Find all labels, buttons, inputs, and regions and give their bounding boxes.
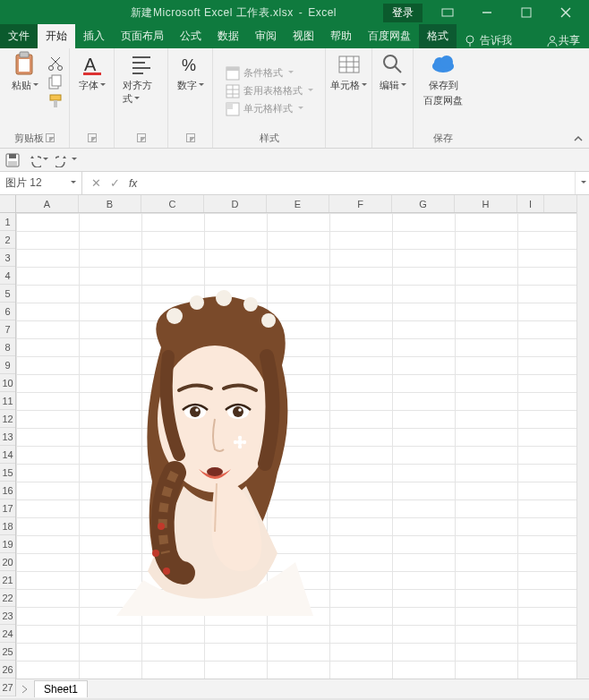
share-button[interactable]: 共享 bbox=[537, 33, 589, 48]
row-header[interactable]: 17 bbox=[0, 499, 15, 517]
save-icon[interactable] bbox=[5, 153, 20, 167]
format-painter-icon[interactable] bbox=[47, 93, 64, 109]
col-header[interactable]: G bbox=[392, 195, 455, 212]
cut-icon[interactable] bbox=[47, 55, 64, 72]
row-header[interactable]: 1 bbox=[0, 213, 15, 231]
row-header[interactable]: 6 bbox=[0, 303, 15, 320]
close-button[interactable] bbox=[546, 2, 585, 23]
row-header[interactable]: 9 bbox=[0, 356, 15, 374]
row-header[interactable]: 24 bbox=[0, 625, 15, 643]
redo-button[interactable] bbox=[55, 153, 77, 167]
embedded-picture[interactable] bbox=[90, 285, 340, 616]
svg-point-65 bbox=[163, 568, 170, 575]
enter-formula-button[interactable]: ✓ bbox=[110, 176, 120, 190]
row-header[interactable]: 23 bbox=[0, 607, 15, 625]
alignment-button[interactable]: 对齐方式 bbox=[123, 52, 160, 106]
row-header[interactable]: 19 bbox=[0, 535, 15, 553]
row-header[interactable]: 20 bbox=[0, 553, 15, 571]
cell-styles-button[interactable]: 单元格样式 bbox=[224, 101, 315, 117]
sheet-tab[interactable]: Sheet1 bbox=[34, 680, 88, 697]
font-launcher[interactable] bbox=[88, 133, 97, 142]
clipboard-launcher[interactable] bbox=[46, 133, 55, 142]
col-header[interactable]: F bbox=[329, 195, 392, 212]
col-header[interactable]: A bbox=[16, 195, 79, 212]
tab-pagelayout[interactable]: 页面布局 bbox=[113, 24, 172, 48]
tab-file[interactable]: 文件 bbox=[0, 24, 38, 48]
tab-baidu[interactable]: 百度网盘 bbox=[360, 24, 419, 48]
row-header[interactable]: 25 bbox=[0, 643, 15, 661]
undo-button[interactable] bbox=[27, 153, 48, 167]
ribbon-display-options-button[interactable] bbox=[428, 2, 467, 23]
maximize-button[interactable] bbox=[507, 2, 546, 23]
row-header[interactable]: 8 bbox=[0, 338, 15, 356]
collapse-ribbon-button[interactable] bbox=[573, 133, 584, 144]
cells-button[interactable]: 单元格 bbox=[330, 52, 368, 92]
login-button[interactable]: 登录 bbox=[383, 4, 423, 22]
row-header[interactable]: 18 bbox=[0, 517, 15, 535]
tab-view[interactable]: 视图 bbox=[285, 24, 322, 48]
row-header[interactable]: 14 bbox=[0, 446, 15, 464]
tell-me[interactable]: 告诉我 bbox=[457, 33, 519, 48]
font-icon: A bbox=[81, 53, 104, 76]
select-all-corner[interactable] bbox=[0, 195, 16, 213]
row-header[interactable]: 7 bbox=[0, 320, 15, 338]
minimize-button[interactable] bbox=[467, 2, 507, 23]
tab-insert[interactable]: 插入 bbox=[75, 24, 113, 48]
tab-formulas[interactable]: 公式 bbox=[172, 24, 209, 48]
conditional-formatting-button[interactable]: 条件格式 bbox=[224, 65, 315, 81]
chevron-up-icon bbox=[573, 133, 584, 144]
row-header[interactable]: 26 bbox=[0, 661, 15, 679]
svg-rect-10 bbox=[19, 59, 30, 72]
paste-button[interactable]: 粘贴 bbox=[6, 52, 44, 92]
align-launcher[interactable] bbox=[137, 133, 146, 142]
tab-help[interactable]: 帮助 bbox=[322, 24, 360, 48]
svg-text:%: % bbox=[182, 56, 196, 74]
vertical-scrollbar[interactable] bbox=[576, 195, 589, 679]
formula-input[interactable] bbox=[146, 172, 575, 194]
svg-rect-18 bbox=[83, 73, 101, 75]
svg-point-52 bbox=[190, 406, 201, 417]
tab-review[interactable]: 审阅 bbox=[247, 24, 285, 48]
row-header[interactable]: 15 bbox=[0, 464, 15, 482]
row-header[interactable]: 16 bbox=[0, 482, 15, 499]
row-header[interactable]: 5 bbox=[0, 285, 15, 303]
name-box[interactable]: 图片 12 bbox=[0, 172, 82, 194]
col-header[interactable]: B bbox=[79, 195, 141, 212]
tab-format[interactable]: 格式 bbox=[419, 24, 457, 48]
col-header[interactable]: H bbox=[455, 195, 517, 212]
col-header[interactable]: C bbox=[141, 195, 204, 212]
next-sheet-icon[interactable] bbox=[20, 685, 29, 694]
svg-rect-43 bbox=[9, 154, 16, 158]
column-headers: A B C D E F G H I bbox=[16, 195, 576, 213]
quick-access-toolbar bbox=[0, 149, 589, 172]
number-button[interactable]: % 数字 bbox=[172, 52, 209, 92]
spreadsheet-grid[interactable]: A B C D E F G H I 1234567891011121314151… bbox=[0, 195, 589, 679]
svg-point-60 bbox=[234, 440, 237, 444]
col-header[interactable]: E bbox=[267, 195, 329, 212]
row-header[interactable]: 22 bbox=[0, 589, 15, 607]
row-header[interactable]: 21 bbox=[0, 571, 15, 589]
row-header[interactable]: 3 bbox=[0, 249, 15, 267]
copy-icon[interactable] bbox=[47, 74, 64, 90]
row-header[interactable]: 12 bbox=[0, 410, 15, 428]
tab-home[interactable]: 开始 bbox=[38, 24, 75, 48]
editing-button[interactable]: 编辑 bbox=[374, 52, 412, 92]
tab-data[interactable]: 数据 bbox=[209, 24, 247, 48]
cancel-formula-button[interactable]: ✕ bbox=[91, 176, 101, 190]
format-as-table-button[interactable]: 套用表格格式 bbox=[224, 83, 315, 99]
row-header[interactable]: 10 bbox=[0, 374, 15, 392]
expand-formula-bar-button[interactable] bbox=[575, 172, 589, 194]
col-header[interactable]: D bbox=[204, 195, 267, 212]
cond-format-icon bbox=[226, 66, 240, 81]
row-header[interactable]: 13 bbox=[0, 428, 15, 446]
sheet-tab-bar: Sheet1 bbox=[0, 679, 589, 698]
row-header[interactable]: 2 bbox=[0, 231, 15, 249]
fx-button[interactable]: fx bbox=[129, 177, 137, 190]
number-launcher[interactable] bbox=[186, 133, 195, 142]
row-header[interactable]: 11 bbox=[0, 392, 15, 410]
font-button[interactable]: A 字体 bbox=[73, 52, 111, 92]
save-to-baidu-button[interactable]: 保存到 百度网盘 bbox=[418, 52, 468, 107]
row-header[interactable]: 27 bbox=[0, 679, 15, 696]
row-header[interactable]: 4 bbox=[0, 267, 15, 285]
col-header[interactable]: I bbox=[517, 195, 544, 212]
